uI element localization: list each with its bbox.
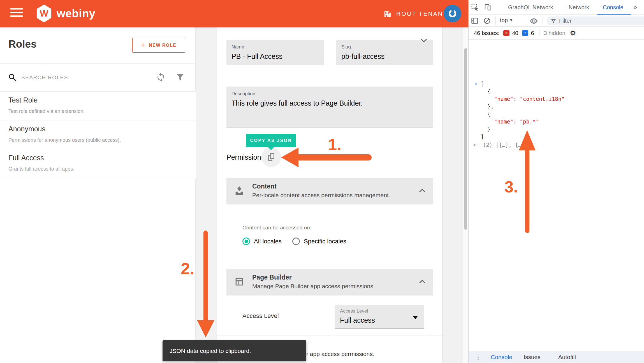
- console-sidebar-icon[interactable]: [471, 17, 479, 26]
- specific-locales-label: Specific locales: [304, 238, 346, 245]
- clear-console-icon[interactable]: [483, 17, 491, 26]
- user-avatar[interactable]: [444, 5, 461, 22]
- search-roles-input[interactable]: [21, 72, 128, 83]
- page-scrollbar-thumb[interactable]: [464, 48, 467, 230]
- role-form-card: Name PB - Full Access Slug pb-full-acces…: [217, 27, 442, 363]
- annotation-step-3: 3.: [504, 177, 518, 196]
- console-prompt-icon: ›: [474, 80, 478, 87]
- access-level-select-label: Access Level: [340, 308, 424, 314]
- annotation-arrow-2-head: [197, 320, 214, 338]
- new-role-label: NEW ROLE: [149, 43, 176, 48]
- name-field-value: PB - Full Access: [231, 52, 324, 61]
- role-list-item[interactable]: Test Role Test role defined via an exten…: [0, 92, 196, 120]
- content-section-title: Content: [252, 183, 277, 190]
- console-toolbar: top ▼: [469, 15, 644, 27]
- role-description: Permissions for anonymous users (public …: [8, 137, 196, 143]
- hamburger-menu-icon[interactable]: [10, 8, 23, 17]
- dropdown-caret-icon: [413, 316, 418, 319]
- access-level-label: Access Level: [242, 312, 279, 320]
- console-line: {: [487, 88, 490, 94]
- page-title: Roles: [8, 38, 37, 50]
- device-toolbar-icon[interactable]: [484, 3, 492, 13]
- issues-bar[interactable]: 46 Issues: ✕ 40 ≡ 6 3 hidden ⚙: [469, 27, 644, 39]
- page-builder-section-header[interactable]: Page Builder Manage Page Builder app acc…: [226, 269, 433, 295]
- drawer-tab-autofill[interactable]: Autofill: [558, 354, 576, 360]
- drawer-tab-console[interactable]: Console: [491, 354, 512, 360]
- console-filter-box[interactable]: [547, 17, 644, 25]
- console-line: "name": "pb.*": [494, 118, 539, 125]
- caret-down-icon: ▼: [510, 18, 512, 22]
- devtools-drawer-bar: ⋮ Console Issues Autofill: [469, 351, 644, 363]
- access-level-select[interactable]: Access Level Full access: [335, 305, 424, 329]
- inspect-element-icon[interactable]: [471, 3, 479, 13]
- role-list-item[interactable]: Full Access Grants full access to all ap…: [0, 149, 196, 178]
- filter-icon[interactable]: [175, 72, 185, 83]
- tab-network[interactable]: Network: [569, 0, 589, 15]
- content-section-subtitle: Per-locale content access permissions ma…: [252, 192, 390, 199]
- console-line: }: [487, 126, 490, 132]
- app-header: W webiny ROOT TENANT: [0, 0, 468, 27]
- error-count: 40: [512, 30, 518, 36]
- message-badge-icon: ≡: [522, 30, 528, 36]
- annotation-arrow-2-shaft: [203, 231, 208, 321]
- message-count: 6: [531, 30, 534, 36]
- section-divider: [217, 336, 442, 336]
- kebab-menu-icon[interactable]: ⋮: [475, 353, 481, 361]
- content-section-header[interactable]: Content Per-locale content access permis…: [226, 178, 433, 204]
- role-name: Test Role: [8, 96, 196, 104]
- role-description: Grants full access to all apps.: [8, 166, 196, 172]
- plus-icon: +: [141, 41, 146, 49]
- webiny-logo-icon: W: [36, 4, 52, 22]
- console-line: [: [481, 81, 484, 87]
- panel-gap: [442, 27, 463, 363]
- hidden-messages-label: 3 hidden: [544, 30, 566, 36]
- console-settings-gear-icon[interactable]: ⚙: [570, 29, 576, 37]
- name-field-label: Name: [231, 44, 324, 50]
- logo-letter: W: [40, 8, 48, 19]
- all-locales-radio[interactable]: [242, 238, 250, 245]
- context-label: top: [500, 17, 508, 24]
- locales-radio-group: All locales Specific locales: [242, 238, 353, 245]
- js-context-selector[interactable]: top ▼: [500, 17, 512, 24]
- console-filter-input[interactable]: [559, 18, 632, 24]
- new-role-button[interactable]: + NEW ROLE: [132, 38, 185, 53]
- name-field[interactable]: Name PB - Full Access: [226, 40, 324, 65]
- building-icon: [383, 10, 392, 18]
- annotation-arrow-3-head: [519, 130, 536, 150]
- drawer-tab-issues[interactable]: Issues: [523, 354, 541, 360]
- slug-field-label: Slug: [341, 44, 433, 50]
- console-output[interactable]: › [ { "name": "content.i18n" }, { "name"…: [469, 39, 644, 351]
- power-icon: [449, 10, 456, 17]
- role-name: Full Access: [8, 154, 196, 162]
- toolbar-separator: [543, 17, 543, 25]
- console-line: ]: [481, 134, 484, 140]
- refresh-icon[interactable]: [156, 72, 166, 83]
- permissions-label: Permissions: [226, 153, 265, 161]
- access-level-select-value: Full access: [340, 316, 424, 324]
- console-line: {: [487, 111, 490, 117]
- tab-graphql-network[interactable]: GraphQL Network: [508, 0, 553, 15]
- tenant-selector[interactable]: ROOT TENANT: [383, 0, 448, 27]
- role-list-item[interactable]: Anonymous Permissions for anonymous user…: [0, 120, 196, 149]
- search-bar: [0, 63, 196, 92]
- chevron-up-icon[interactable]: [419, 280, 425, 286]
- live-expression-icon[interactable]: [530, 17, 538, 26]
- slug-field[interactable]: Slug pb-full-access: [336, 40, 433, 65]
- tab-console[interactable]: Console: [603, 0, 623, 15]
- brand-wordmark: webiny: [57, 7, 96, 20]
- copy-permissions-button[interactable]: [261, 147, 281, 167]
- page-builder-section-title: Page Builder: [252, 274, 292, 281]
- role-description: Test role defined via an extension.: [8, 108, 196, 114]
- toolbar-separator: [495, 17, 496, 25]
- description-field[interactable]: Description This role gives full access …: [226, 87, 433, 127]
- chevron-up-icon[interactable]: [419, 189, 425, 195]
- console-line: },: [487, 103, 494, 110]
- description-field-label: Description: [231, 91, 433, 97]
- role-name: Anonymous: [8, 125, 196, 133]
- specific-locales-radio[interactable]: [292, 238, 300, 245]
- error-badge-icon: ✕: [503, 30, 509, 36]
- annotation-arrow-1-shaft: [298, 154, 372, 160]
- tenant-label: ROOT TENANT: [396, 10, 448, 17]
- snackbar-toast: JSON data copied to clipboard.: [163, 340, 306, 361]
- more-tabs-icon[interactable]: »: [633, 3, 637, 11]
